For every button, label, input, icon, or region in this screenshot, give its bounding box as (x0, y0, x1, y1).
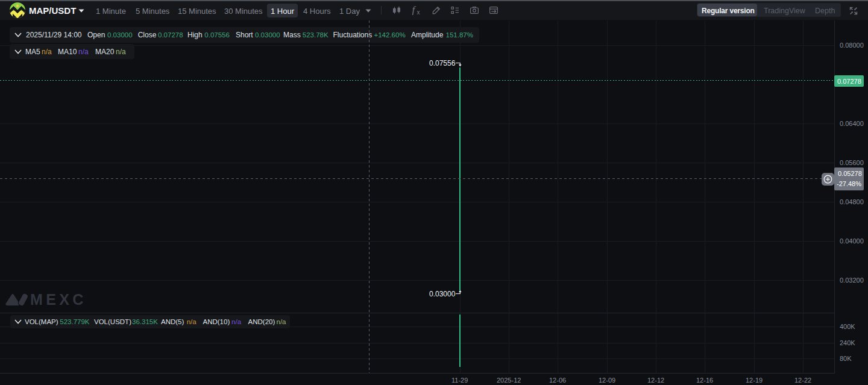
svg-text:x: x (417, 9, 420, 15)
svg-text:MEXC: MEXC (30, 291, 87, 307)
svg-text:f: f (412, 5, 417, 15)
